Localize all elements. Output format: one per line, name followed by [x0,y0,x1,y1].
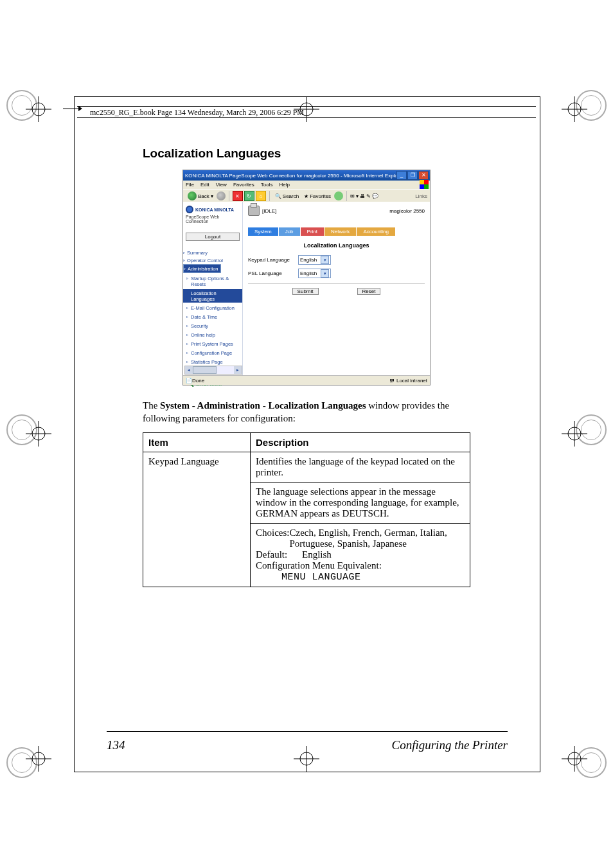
sub-brand: PageScope Web Connection [186,215,240,224]
sidebar-item-configuration-page[interactable]: Configuration Page [183,349,242,357]
registration-mark [562,746,587,772]
psl-language-label: PSL Language [248,270,298,276]
desc-1: Identifies the language of the keypad lo… [251,452,470,483]
sidebar-item-summary[interactable]: Summary [183,249,242,256]
zone-label: Local intranet [396,378,427,384]
edit-icon[interactable]: ✎ [366,193,371,199]
logo-icon [186,206,193,213]
tab-accounting[interactable]: Accounting [357,227,396,236]
home-icon[interactable]: ⌂ [256,191,266,201]
menu-tools[interactable]: Tools [261,182,273,188]
back-icon [188,191,197,200]
tab-print[interactable]: Print [301,227,324,236]
tab-job[interactable]: Job [279,227,301,236]
maximize-icon[interactable]: ❐ [407,171,418,180]
page-number: 134 [107,738,125,752]
sidebar-item-startup-resets[interactable]: Startup Options & Resets [183,274,242,288]
sidebar-item-email-config[interactable]: E-Mail Configuration [183,304,242,312]
brand-logo: KONICA MINOLTA [186,206,240,213]
sidebar-item-security[interactable]: Security [183,322,242,330]
sidebar-item-date-time[interactable]: Date & Time [183,313,242,321]
history-icon[interactable] [334,191,343,200]
windows-logo-icon [420,180,429,189]
sidebar-item-administration[interactable]: Administration [183,264,221,273]
menu-view[interactable]: View [216,182,227,188]
item-keypad-language: Keypad Language [143,452,251,587]
menu-file[interactable]: File [186,182,194,188]
registration-mark [26,421,51,447]
refresh-icon[interactable]: ↻ [244,191,254,201]
reset-button[interactable]: Reset [357,288,381,295]
back-button[interactable]: Back ▾ [186,191,215,201]
sidebar-item-online-help[interactable]: Online help [183,331,242,339]
window-titlebar: KONICA MINOLTA PageScope Web Connection … [183,170,430,181]
toolbar: Back ▾ ✕ ↻ ⌂ 🔍Search ★Favorites ✉ ▾ 🖶 ✎ … [183,189,430,203]
scroll-left-icon[interactable]: ◂ [185,366,193,374]
registration-mark [26,96,51,122]
status-done: Done [192,378,204,384]
divider [248,283,425,284]
printer-icon [248,206,260,216]
chevron-down-icon: ▾ [321,269,329,278]
keypad-language-label: Keypad Language [248,257,298,263]
psl-language-select[interactable]: English▾ [298,269,331,278]
forward-icon[interactable] [217,191,226,200]
status-text: [IDLE] [262,208,276,214]
panel-title: Localization Languages [248,242,425,249]
svg-marker-25 [78,106,82,111]
close-icon[interactable]: ✕ [418,171,429,180]
registration-mark [562,421,587,447]
logout-button[interactable]: Logout [186,233,240,241]
keypad-language-select[interactable]: English▾ [298,255,331,265]
running-header: mc2550_RG_E.book Page 134 Wednesday, Mar… [90,108,523,121]
statusbar: 📄 Done 🖳Local intranet [183,375,430,385]
registration-mark [26,746,51,772]
chevron-down-icon: ▾ [321,256,329,264]
discuss-icon[interactable]: 💬 [372,193,378,199]
footer-rule [107,731,508,732]
section-heading: Localization Languages [143,146,470,161]
menu-edit[interactable]: Edit [200,182,209,188]
sidebar-item-operator-control[interactable]: Operator Control [183,256,242,264]
intro-paragraph: The System - Administration - Localizati… [143,400,470,425]
sidebar-nav: Summary Operator Control Administration … [183,249,242,375]
sidebar-item-print-system-pages[interactable]: Print System Pages [183,340,242,348]
sidebar-scrollbar[interactable]: ◂ ▸ [184,366,242,375]
tab-network[interactable]: Network [324,227,357,236]
model-label: magicolor 2550 [389,208,425,214]
window-title: KONICA MINOLTA PageScope Web Connection … [185,173,404,179]
tab-bar: System Job Print Network Accounting [248,227,425,236]
minimize-icon[interactable]: _ [396,171,407,180]
runhead-text: mc2550_RG_E.book Page 134 Wednesday, Mar… [90,108,304,117]
favorites-button[interactable]: ★Favorites [302,193,333,200]
print-icon[interactable]: 🖶 [360,193,365,199]
desc-3: Choices:Czech, English, French, German, … [251,524,470,587]
registration-mark [562,96,587,122]
scroll-right-icon[interactable]: ▸ [234,366,242,374]
menubar: File Edit View Favorites Tools Help [183,181,430,189]
embedded-screenshot: KONICA MINOLTA PageScope Web Connection … [182,170,431,385]
col-item: Item [143,433,251,452]
stop-icon[interactable]: ✕ [233,191,243,201]
menu-favorites[interactable]: Favorites [233,182,254,188]
submit-button[interactable]: Submit [292,288,319,295]
menu-help[interactable]: Help [279,182,289,188]
section-title-footer: Configuring the Printer [392,738,508,752]
links-label[interactable]: Links [415,193,427,199]
desc-2: The language selections appear in the me… [251,483,470,524]
status-done-icon: 📄 [186,378,192,384]
tab-system[interactable]: System [248,227,279,236]
sidebar-item-statistics-page[interactable]: Statistics Page [183,358,242,366]
search-button[interactable]: 🔍Search [273,193,301,200]
sidebar-item-localization-languages[interactable]: Localization Languages [183,289,242,303]
parameter-table: Item Description Keypad Language Identif… [143,432,470,587]
zone-icon: 🖳 [389,378,395,384]
mail-icon[interactable]: ✉ ▾ [350,193,359,199]
col-description: Description [251,433,470,452]
